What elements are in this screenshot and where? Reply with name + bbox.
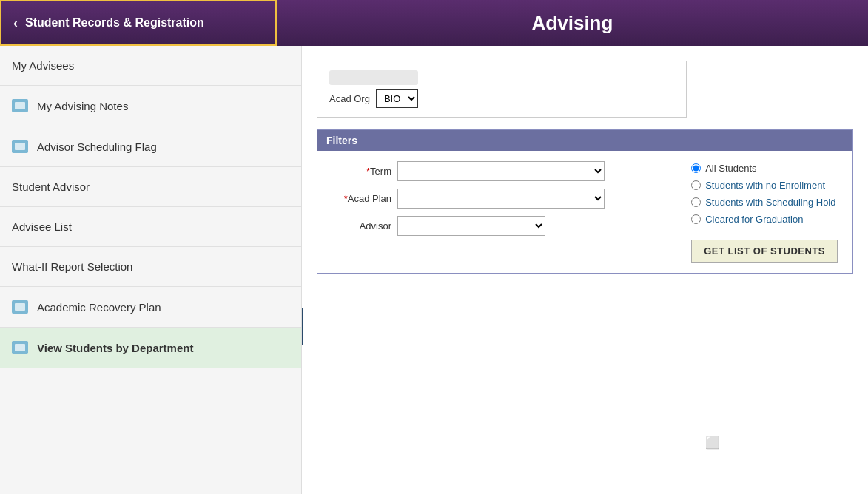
- radio-no-enrollment-input[interactable]: [691, 180, 701, 190]
- radio-all-students-label: All Students: [705, 163, 756, 174]
- chevron-left-icon: ‹: [13, 16, 18, 31]
- filters-header: Filters: [317, 130, 852, 151]
- sidebar-item-what-if-report[interactable]: What-If Report Selection: [0, 247, 301, 287]
- filters-body: *Term *Acad Plan: [317, 151, 852, 273]
- content-area: Acad Org BIO Filters *Term: [302, 46, 868, 494]
- sidebar-item-label: Academic Recovery Plan: [37, 301, 161, 314]
- sidebar-item-advisee-list[interactable]: Advisee List: [0, 207, 301, 247]
- cursor-indicator: ⬜: [705, 436, 720, 450]
- sidebar-item-label: View Students by Department: [37, 342, 193, 354]
- radio-no-enrollment[interactable]: Students with no Enrollment: [691, 180, 838, 191]
- acad-org-box: Acad Org BIO: [317, 61, 687, 118]
- term-row: *Term: [332, 161, 662, 181]
- filters-right: All Students Students with no Enrollment…: [691, 161, 838, 263]
- page-icon: [12, 140, 28, 153]
- radio-scheduling-hold-label: Students with Scheduling Hold: [705, 197, 835, 208]
- get-list-button[interactable]: GET LIST OF STUDENTS: [691, 240, 838, 263]
- main-layout: My Advisees My Advising Notes Advisor Sc…: [0, 46, 868, 494]
- acad-plan-required-star: *: [344, 193, 348, 204]
- acad-org-label: Acad Org: [329, 93, 370, 104]
- page-icon: [12, 341, 28, 354]
- sidebar-item-my-advising-notes[interactable]: My Advising Notes: [0, 86, 301, 126]
- term-label: *Term: [332, 166, 391, 177]
- acad-org-placeholder: [329, 70, 418, 85]
- advisor-row: Advisor: [332, 216, 662, 236]
- nav-back-button[interactable]: ‹ Student Records & Registration: [0, 0, 277, 46]
- sidebar-item-label: Student Advisor: [12, 180, 90, 193]
- radio-all-students-input[interactable]: [691, 163, 701, 173]
- page-icon: [12, 300, 28, 314]
- filters-title: Filters: [326, 135, 357, 146]
- acad-plan-row: *Acad Plan: [332, 189, 662, 209]
- collapse-handle[interactable]: ⏸: [302, 308, 303, 345]
- acad-org-row: Acad Org BIO: [329, 89, 674, 108]
- term-required-star: *: [366, 166, 370, 177]
- sidebar-item-view-students-by-department[interactable]: View Students by Department: [0, 328, 301, 368]
- page-icon: [12, 99, 28, 112]
- term-select[interactable]: [397, 161, 605, 181]
- advisor-select[interactable]: [397, 216, 545, 236]
- radio-cleared-graduation-input[interactable]: [691, 214, 701, 224]
- sidebar-item-my-advisees[interactable]: My Advisees: [0, 46, 301, 86]
- sidebar-item-label: My Advising Notes: [37, 100, 128, 112]
- radio-cleared-graduation[interactable]: Cleared for Graduation: [691, 214, 838, 225]
- radio-no-enrollment-label: Students with no Enrollment: [705, 180, 825, 191]
- sidebar-item-academic-recovery-plan[interactable]: Academic Recovery Plan: [0, 287, 301, 328]
- sidebar-item-label: What-If Report Selection: [12, 260, 132, 273]
- acad-plan-select[interactable]: [397, 189, 605, 209]
- acad-plan-label: *Acad Plan: [332, 193, 391, 204]
- sidebar-item-label: Advisee List: [12, 220, 72, 233]
- advisor-label: Advisor: [332, 220, 391, 231]
- radio-cleared-graduation-label: Cleared for Graduation: [705, 214, 803, 225]
- sidebar-item-advisor-scheduling-flag[interactable]: Advisor Scheduling Flag: [0, 126, 301, 167]
- sidebar-item-label: Advisor Scheduling Flag: [37, 141, 157, 153]
- filters-left: *Term *Acad Plan: [332, 161, 662, 263]
- sidebar-item-student-advisor[interactable]: Student Advisor: [0, 167, 301, 207]
- radio-all-students[interactable]: All Students: [691, 163, 838, 174]
- sidebar: My Advisees My Advising Notes Advisor Sc…: [0, 46, 302, 494]
- nav-btn-label: Student Records & Registration: [25, 16, 204, 30]
- sidebar-item-label: My Advisees: [12, 59, 74, 72]
- radio-scheduling-hold-input[interactable]: [691, 197, 701, 207]
- header: ‹ Student Records & Registration Advisin…: [0, 0, 868, 46]
- acad-org-select[interactable]: BIO: [376, 89, 418, 108]
- page-title: Advising: [277, 12, 868, 35]
- radio-scheduling-hold[interactable]: Students with Scheduling Hold: [691, 197, 838, 208]
- filters-box: Filters *Term *Acad Plan: [317, 129, 853, 274]
